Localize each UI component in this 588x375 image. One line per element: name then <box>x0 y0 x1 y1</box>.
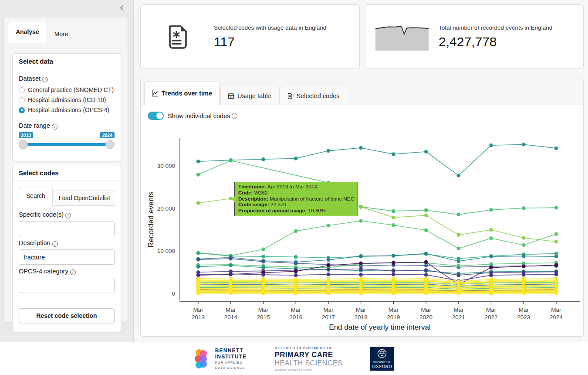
data-point[interactable] <box>424 291 428 295</box>
data-point[interactable] <box>489 273 493 277</box>
data-point[interactable] <box>229 159 233 163</box>
trends-chart[interactable]: 010 00020 00030 000Mar2013Mar2014Mar2015… <box>141 105 583 337</box>
radio-general-practice[interactable]: General practice (SNOMED CT) <box>19 85 115 95</box>
data-point[interactable] <box>196 201 200 205</box>
data-point[interactable] <box>294 157 298 160</box>
data-point[interactable] <box>327 149 331 153</box>
data-point[interactable] <box>522 206 526 210</box>
data-point[interactable] <box>327 263 331 267</box>
data-point[interactable] <box>261 260 265 264</box>
data-point[interactable] <box>327 224 331 228</box>
info-icon[interactable]: i <box>52 124 57 130</box>
info-icon[interactable]: i <box>42 77 48 82</box>
data-point[interactable] <box>424 273 428 277</box>
data-point[interactable] <box>327 268 331 272</box>
data-point[interactable] <box>196 173 200 177</box>
radio-icon[interactable] <box>19 97 25 103</box>
data-point[interactable] <box>522 254 526 258</box>
data-point[interactable] <box>424 208 428 212</box>
data-point[interactable] <box>294 255 298 259</box>
data-point[interactable] <box>261 247 265 251</box>
data-point[interactable] <box>424 150 428 153</box>
data-point[interactable] <box>359 205 363 209</box>
data-point[interactable] <box>196 291 200 295</box>
sidebar-collapse-button[interactable] <box>118 4 125 11</box>
data-point[interactable] <box>392 223 395 227</box>
tab-search[interactable]: Search <box>19 187 53 206</box>
info-icon[interactable]: i <box>232 113 237 119</box>
data-point[interactable] <box>196 258 200 262</box>
data-point[interactable] <box>457 264 461 268</box>
data-point[interactable] <box>424 260 428 264</box>
data-point[interactable] <box>457 174 461 177</box>
data-point[interactable] <box>229 257 233 261</box>
info-icon[interactable]: i <box>65 213 71 218</box>
info-icon[interactable]: i <box>52 241 58 247</box>
data-point[interactable] <box>489 262 493 266</box>
reset-code-selection-button[interactable]: Reset code selection <box>19 308 115 323</box>
data-point[interactable] <box>489 208 493 212</box>
data-point[interactable] <box>554 263 558 267</box>
data-point[interactable] <box>294 262 298 266</box>
data-point[interactable] <box>261 157 265 161</box>
data-point[interactable] <box>554 232 558 236</box>
data-point[interactable] <box>196 251 200 255</box>
radio-icon[interactable] <box>19 87 25 93</box>
data-point[interactable] <box>457 213 461 217</box>
data-point[interactable] <box>392 254 395 258</box>
data-point[interactable] <box>392 209 395 213</box>
radio-hospital-opcs4[interactable]: Hospital admissions (OPCS-4) <box>19 105 115 115</box>
data-point[interactable] <box>392 152 395 156</box>
data-point[interactable] <box>522 143 526 147</box>
data-point[interactable] <box>196 160 200 164</box>
slider-handle-start[interactable] <box>19 140 28 149</box>
data-point[interactable] <box>261 266 265 269</box>
data-point[interactable] <box>359 273 363 277</box>
tab-usage-table[interactable]: Usage table <box>220 87 278 105</box>
data-point[interactable] <box>554 291 558 295</box>
radio-hospital-icd10[interactable]: Hospital admissions (ICD-10) <box>19 95 115 105</box>
data-point[interactable] <box>261 291 265 295</box>
data-point[interactable] <box>359 254 363 258</box>
data-point[interactable] <box>359 291 363 295</box>
data-point[interactable] <box>392 291 395 295</box>
slider-handle-end[interactable] <box>105 140 115 149</box>
data-point[interactable] <box>294 229 298 233</box>
data-point[interactable] <box>392 269 395 273</box>
description-input[interactable] <box>19 249 115 265</box>
data-point[interactable] <box>424 214 428 218</box>
data-point[interactable] <box>554 255 558 259</box>
data-point[interactable] <box>196 265 200 269</box>
data-point[interactable] <box>554 240 558 244</box>
data-point[interactable] <box>489 255 493 259</box>
specific-codes-input[interactable] <box>19 221 115 236</box>
data-point[interactable] <box>489 143 493 147</box>
data-point[interactable] <box>554 206 558 210</box>
data-point[interactable] <box>489 291 493 295</box>
data-point[interactable] <box>359 146 363 150</box>
tab-selected-codes[interactable]: Selected codes <box>279 87 347 105</box>
data-point[interactable] <box>327 258 331 262</box>
data-point[interactable] <box>261 273 265 277</box>
data-point[interactable] <box>327 291 331 295</box>
info-icon[interactable]: i <box>70 269 76 275</box>
data-point[interactable] <box>522 236 526 240</box>
data-point[interactable] <box>294 269 298 273</box>
data-point[interactable] <box>554 147 558 150</box>
data-point[interactable] <box>489 228 493 232</box>
data-point[interactable] <box>359 219 363 223</box>
data-point[interactable] <box>489 236 493 240</box>
data-point[interactable] <box>457 246 461 250</box>
data-point[interactable] <box>392 273 395 276</box>
radio-icon-checked[interactable] <box>19 107 25 113</box>
data-point[interactable] <box>522 273 526 277</box>
date-range-slider[interactable]: 2013 2024 <box>19 132 115 152</box>
data-point[interactable] <box>392 215 395 219</box>
data-point[interactable] <box>457 291 461 295</box>
data-point[interactable] <box>554 273 558 276</box>
tab-more[interactable]: More <box>47 25 76 43</box>
data-point[interactable] <box>522 291 526 295</box>
data-point[interactable] <box>229 272 233 276</box>
slider-track[interactable] <box>20 143 113 146</box>
data-point[interactable] <box>457 259 461 263</box>
